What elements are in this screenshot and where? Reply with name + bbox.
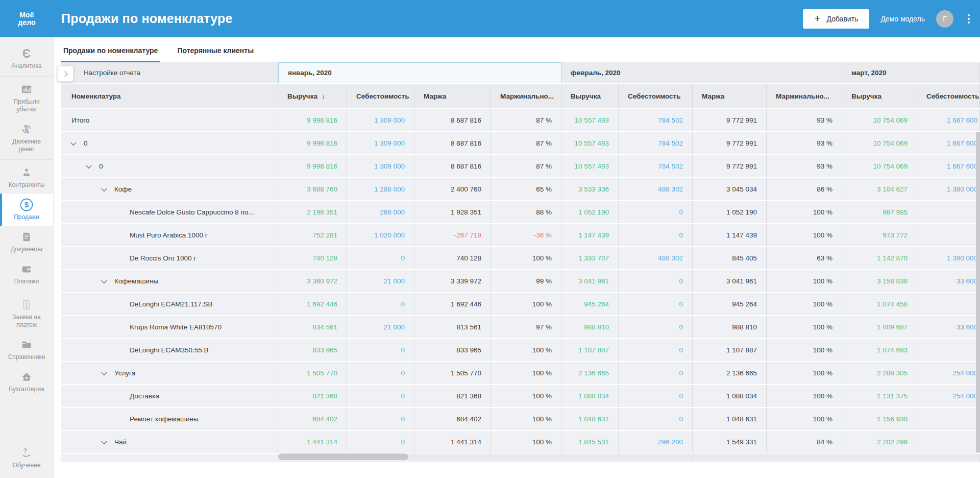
column-header-metric[interactable]: Себестоимость xyxy=(917,84,980,108)
value-cell: 1 441 314 xyxy=(278,431,347,453)
column-header-metric[interactable]: Выручка xyxy=(842,84,917,108)
column-header-metric[interactable]: Себестоимость xyxy=(619,84,693,108)
value-cell: 0 xyxy=(619,270,693,292)
row-name-cell: Krups Roma White EA810570 xyxy=(61,316,278,338)
svg-text:₽: ₽ xyxy=(25,127,29,132)
column-header-metric[interactable]: Выручка xyxy=(561,84,619,108)
app-logo[interactable]: Моё дело xyxy=(0,11,54,26)
avatar-initial: Г xyxy=(943,15,947,23)
chevron-down-icon[interactable] xyxy=(101,185,107,191)
table-row[interactable]: De Roccis Oro 1000 г740 1280740 128100 %… xyxy=(61,247,980,269)
counterparties-icon xyxy=(21,166,32,179)
sidebar-item-money-flow[interactable]: ₽Движение денег xyxy=(0,118,53,158)
value-cell: 488 302 xyxy=(619,178,693,200)
value-cell: 97 % xyxy=(491,316,561,338)
row-name-cell: Ремонт кофемашины xyxy=(61,408,278,430)
table-row[interactable]: Итого9 996 8161 309 0008 687 81687 %10 5… xyxy=(61,109,980,131)
chevron-down-icon[interactable] xyxy=(70,139,76,145)
value-cell: 1 441 314 xyxy=(414,431,491,453)
table-row[interactable]: Кофе3 688 7601 288 0002 400 76065 %3 533… xyxy=(61,178,980,200)
value-cell: 1 309 000 xyxy=(347,109,414,131)
row-name-cell: Услуга xyxy=(61,362,278,384)
column-header-metric[interactable]: Выручка↓ xyxy=(278,84,347,108)
avatar[interactable]: Г xyxy=(936,10,953,28)
value-cell: 9 996 816 xyxy=(278,109,347,131)
sidebar-item-label: Движение денег xyxy=(4,138,49,153)
table-row[interactable]: DeLonghi ECAM350.55.B833 9650833 965100 … xyxy=(61,339,980,361)
value-cell: 1 333 707 xyxy=(561,247,619,269)
value-cell: 65 % xyxy=(491,178,561,200)
column-header-metric[interactable]: Себестоимость xyxy=(347,84,414,108)
column-header-metric[interactable]: Маржинально... xyxy=(491,84,561,108)
accounting-icon xyxy=(21,370,32,384)
row-name-label: DeLonghi ECAM350.55.B xyxy=(130,346,209,354)
chevron-down-icon[interactable] xyxy=(86,162,91,168)
collapse-settings-button[interactable] xyxy=(57,66,74,82)
sidebar-item-references[interactable]: Справочники xyxy=(0,333,53,366)
kebab-menu-icon[interactable] xyxy=(965,12,973,26)
value-cell: 100 % xyxy=(767,224,842,246)
value-cell: 10 754 069 xyxy=(842,109,917,131)
value-cell: 2 136 665 xyxy=(693,362,767,384)
sidebar-item-documents[interactable]: Документы xyxy=(0,226,53,258)
sidebar-item-sales[interactable]: $Продажи xyxy=(0,194,53,226)
sidebar-item-profit-loss[interactable]: Прибыли убытки xyxy=(0,78,53,118)
table-row[interactable]: Krups Roma White EA810570834 56121 00081… xyxy=(61,316,980,338)
plus-icon: + xyxy=(814,13,820,23)
row-name-cell: Чай xyxy=(61,431,278,453)
column-header-metric[interactable]: Маржинально... xyxy=(767,84,842,108)
tab-1[interactable]: Продажи по номенклатуре xyxy=(61,46,160,62)
chevron-down-icon[interactable] xyxy=(101,277,107,283)
table-row[interactable]: Чай1 441 31401 441 314100 %1 845 531296 … xyxy=(61,431,980,453)
sidebar-item-accounting[interactable]: Бухгалтерия xyxy=(0,366,53,398)
table-row[interactable]: Доставка821 3680821 368100 %1 088 03401 … xyxy=(61,385,980,407)
horizontal-scrollbar-thumb[interactable] xyxy=(278,453,408,460)
table-row[interactable]: 09 996 8161 309 0008 687 81687 %10 557 4… xyxy=(61,132,980,154)
sidebar-item-payments[interactable]: Платежи xyxy=(0,258,53,290)
column-header-metric[interactable]: Маржа xyxy=(693,84,767,108)
value-cell: -267 719 xyxy=(414,224,491,246)
row-name-cell: DeLonghi ECAM21.117.SB xyxy=(61,293,278,315)
table-row[interactable]: DeLonghi ECAM21.117.SB1 692 44601 692 44… xyxy=(61,293,980,315)
table-row[interactable]: 09 996 8161 309 0008 687 81687 %10 557 4… xyxy=(61,155,980,177)
table-row[interactable]: Ремонт кофемашины684 4020684 402100 %1 0… xyxy=(61,408,980,430)
documents-icon xyxy=(21,230,32,244)
sidebar-item-payment-requests[interactable]: $Заявки на платеж xyxy=(0,294,53,333)
value-cell: 987 985 xyxy=(842,201,917,223)
vertical-scrollbar-thumb[interactable] xyxy=(976,132,980,452)
value-cell: 9 772 991 xyxy=(693,155,767,177)
table-row[interactable]: Кофемашины3 360 97221 0003 339 97299 %3 … xyxy=(61,270,980,292)
sort-desc-icon[interactable]: ↓ xyxy=(322,92,325,100)
chevron-down-icon[interactable] xyxy=(101,438,107,444)
month-column-header-3[interactable]: март, 2020 xyxy=(842,62,980,83)
horizontal-scrollbar[interactable] xyxy=(278,453,980,460)
table-row[interactable]: Must Puro Arabica 1000 г752 2811 020 000… xyxy=(61,224,980,246)
value-cell: 3 041 961 xyxy=(693,270,767,292)
month-column-header-2[interactable]: февраль, 2020 xyxy=(561,62,842,83)
value-cell: 784 502 xyxy=(619,132,693,154)
row-name-cell: Ассам xyxy=(61,454,278,462)
add-button[interactable]: + Добавить xyxy=(803,9,869,29)
table-row[interactable]: Услуга1 505 77001 505 770100 %2 136 6650… xyxy=(61,362,980,384)
value-cell: 1 088 034 xyxy=(561,385,619,407)
tab-2[interactable]: Потерянные клиенты xyxy=(175,46,256,62)
value-cell: 100 % xyxy=(767,293,842,315)
row-name-cell: 0 xyxy=(61,155,278,177)
value-cell: 784 502 xyxy=(619,109,693,131)
month-column-header-1[interactable]: январь, 2020 xyxy=(278,62,561,83)
sidebar-item-analytics[interactable]: ЄАналитика xyxy=(0,42,53,75)
value-cell: -36 % xyxy=(491,224,561,246)
value-cell: 3 158 838 xyxy=(842,270,917,292)
value-cell: 8 687 816 xyxy=(414,109,491,131)
column-header-nomenclature[interactable]: Номенклатура xyxy=(61,84,278,108)
table-row[interactable]: Nescafe Dolce Gusto Cappuccino 8 по...2 … xyxy=(61,201,980,223)
value-cell: 1 052 190 xyxy=(693,201,767,223)
column-header-metric[interactable]: Маржа xyxy=(414,84,491,108)
sidebar-item-education[interactable]: ?Обучение xyxy=(0,442,53,474)
value-cell: 1 288 000 xyxy=(347,178,414,200)
chevron-down-icon[interactable] xyxy=(101,369,107,375)
value-cell: 1 692 446 xyxy=(414,293,491,315)
sidebar-item-counterparties[interactable]: Контрагенты xyxy=(0,161,53,194)
value-cell: 0 xyxy=(619,408,693,430)
payments-icon xyxy=(21,262,32,276)
